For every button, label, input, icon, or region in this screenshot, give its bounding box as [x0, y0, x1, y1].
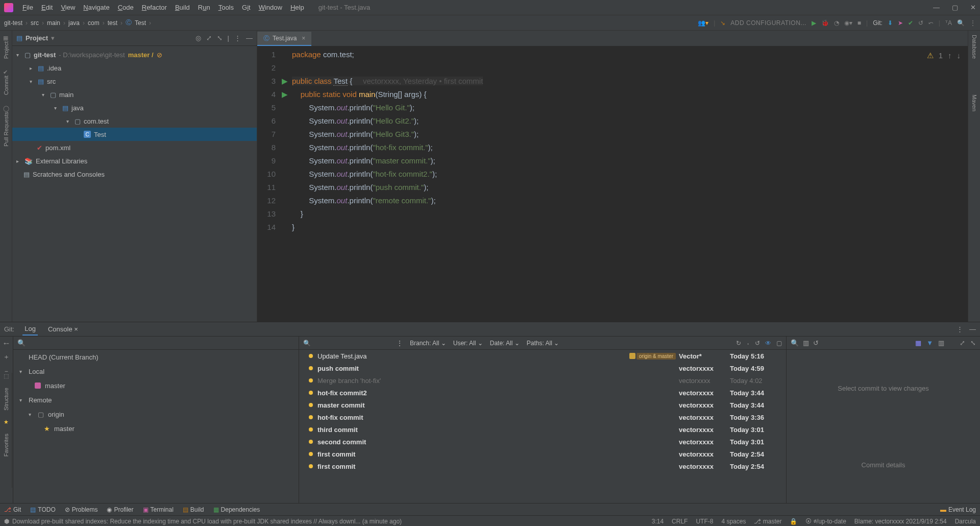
crumb-java[interactable]: java: [68, 19, 80, 27]
menu-file[interactable]: File: [18, 4, 37, 11]
translate-icon[interactable]: ᵀA: [945, 19, 952, 27]
branch-head[interactable]: HEAD (Current Branch): [13, 350, 299, 364]
close-icon[interactable]: ✕: [970, 4, 976, 11]
tool-dependencies[interactable]: ▦Dependencies: [213, 506, 260, 513]
stop-icon[interactable]: ■: [857, 19, 861, 27]
history-icon[interactable]: ↺: [813, 339, 819, 347]
code-with-me-icon[interactable]: 👥▾: [698, 19, 708, 27]
commit-row[interactable]: second commit vectorxxxx Today 3:01: [299, 436, 786, 448]
commit-row[interactable]: first commit vectorxxxx Today 2:54: [299, 448, 786, 460]
commit-row[interactable]: Merge branch 'hot-fix' vectorxxxx Today …: [299, 374, 786, 387]
branch-origin-master[interactable]: ★master: [13, 421, 299, 436]
filter-paths[interactable]: Paths: All ⌄: [527, 340, 559, 347]
maven-tool-label[interactable]: Maven: [971, 94, 977, 111]
commit-row[interactable]: third commit vectorxxxx Today 3:01: [299, 423, 786, 436]
lock-icon[interactable]: 🔒: [790, 518, 797, 525]
caret-position[interactable]: 3:14: [652, 518, 664, 525]
git-branch-status[interactable]: ⎇ master: [754, 518, 781, 525]
chevron-down-icon[interactable]: ▾: [51, 34, 55, 42]
tree-idea[interactable]: ▸▤.idea: [12, 61, 257, 75]
menu-window[interactable]: Window: [255, 4, 286, 11]
blame-status[interactable]: Blame: vectorxxxx 2021/9/19 2:54: [854, 518, 947, 525]
minimize-icon[interactable]: —: [933, 4, 940, 11]
branch-local[interactable]: ▾Local: [13, 364, 299, 378]
tool-terminal[interactable]: ▣Terminal: [143, 506, 174, 513]
warning-icon[interactable]: ⚠: [927, 49, 934, 62]
more-icon[interactable]: ⋮: [970, 19, 976, 27]
sync-status[interactable]: ⦿ ∅/up-to-date: [805, 518, 846, 525]
layout-icon[interactable]: ▥: [938, 339, 944, 347]
refresh-icon[interactable]: ↻: [736, 340, 741, 347]
menu-build[interactable]: Build: [171, 4, 194, 11]
pull-requests-tool-label[interactable]: Pull Requests: [3, 112, 9, 147]
menu-refactor[interactable]: Refactor: [138, 4, 171, 11]
favorites-tool-label[interactable]: Favorites: [3, 434, 9, 457]
indexing-icon[interactable]: ⬢: [4, 518, 9, 525]
profiler-icon[interactable]: ◉▾: [844, 19, 852, 27]
menu-edit[interactable]: Edit: [37, 4, 57, 11]
git-rollback-icon[interactable]: ⤺: [928, 19, 934, 27]
menu-code[interactable]: Code: [114, 4, 138, 11]
code-content[interactable]: package com.test; public class Test { ve…: [292, 46, 968, 322]
structure-tool-label[interactable]: Structure: [3, 388, 9, 411]
database-tool-label[interactable]: Database: [971, 35, 977, 59]
run-icon[interactable]: ▶: [812, 19, 816, 27]
tree-main[interactable]: ▾▢main: [12, 88, 257, 101]
prev-icon[interactable]: ↑: [948, 49, 952, 62]
branch-local-master[interactable]: master: [13, 378, 299, 393]
collapse-icon[interactable]: ⤌: [4, 340, 9, 347]
tree-extlib[interactable]: ▸📚External Libraries: [12, 154, 257, 168]
more-icon[interactable]: ⋮: [397, 340, 403, 347]
collapse-icon[interactable]: ⤡: [970, 339, 976, 347]
crumb-class[interactable]: Test: [135, 19, 146, 27]
cherry-pick-icon[interactable]: ⬪: [746, 340, 750, 347]
tool-profiler[interactable]: ◉Profiler: [107, 506, 133, 513]
run-gutter-icon[interactable]: ▶: [282, 77, 288, 85]
crumb-main[interactable]: main: [47, 19, 60, 27]
tool-build[interactable]: ▤Build: [183, 506, 204, 513]
git-history-icon[interactable]: ↺: [918, 19, 923, 27]
branch-origin[interactable]: ▾▢origin: [13, 407, 299, 421]
more-icon[interactable]: ⋮: [234, 34, 241, 42]
filter-branch[interactable]: Branch: All ⌄: [410, 340, 446, 347]
run-config-dropdown[interactable]: ADD CONFIGURATION...: [730, 19, 806, 27]
tree-scratch[interactable]: ▤Scratches and Consoles: [12, 168, 257, 181]
commit-row[interactable]: hot-fix commit vectorxxxx Today 3:36: [299, 411, 786, 423]
tree-pom[interactable]: ✔pom.xml: [12, 141, 257, 154]
crumb-com[interactable]: com: [88, 19, 100, 27]
collapse-icon[interactable]: ⤡: [217, 34, 223, 42]
crumb-src[interactable]: src: [31, 19, 39, 27]
tree-src[interactable]: ▾▤src: [12, 75, 257, 88]
tool-problems[interactable]: ⊘Problems: [65, 506, 98, 513]
tree-root[interactable]: ▾▢ git-test - D:\workspace\git-test mast…: [12, 48, 257, 61]
pull-requests-tool-icon[interactable]: ◯: [3, 105, 9, 112]
commit-tool-label[interactable]: Commit: [3, 76, 9, 95]
filter-date[interactable]: Date: All ⌄: [490, 340, 520, 347]
debug-icon[interactable]: 🐞: [821, 19, 829, 27]
menu-navigate[interactable]: Navigate: [79, 4, 113, 11]
commit-row[interactable]: master commit vectorxxxx Today 3:44: [299, 399, 786, 411]
more-icon[interactable]: ⋮: [957, 325, 963, 333]
git-tab-log[interactable]: Log: [22, 323, 38, 336]
menu-help[interactable]: Help: [286, 4, 308, 11]
target-icon[interactable]: ◎: [195, 34, 201, 42]
branch-search[interactable]: 🔍: [13, 337, 299, 350]
search-icon[interactable]: 🔍: [957, 19, 965, 27]
project-tool-label[interactable]: Project: [3, 41, 9, 59]
build-icon[interactable]: ↘: [720, 19, 725, 27]
branch-remote[interactable]: ▾Remote: [13, 393, 299, 407]
theme-status[interactable]: Darcula: [955, 518, 976, 525]
encoding[interactable]: UTF-8: [696, 518, 713, 525]
add-icon[interactable]: ＋: [3, 352, 10, 362]
tool-git[interactable]: ⎇Git: [4, 506, 21, 513]
project-tool-icon[interactable]: ▦: [3, 35, 9, 41]
reset-icon[interactable]: ↺: [755, 340, 760, 347]
line-separator[interactable]: CRLF: [672, 518, 688, 525]
expand-icon[interactable]: ⤢: [206, 34, 212, 42]
menu-view[interactable]: View: [57, 4, 79, 11]
commit-tool-icon[interactable]: ✔: [3, 69, 9, 76]
structure-tool-icon[interactable]: ⬚: [4, 373, 9, 379]
editor-body[interactable]: ⚠ 1 ↑ ↓ 1234567891011121314 ▶▶ package c…: [257, 46, 968, 322]
filter-icon[interactable]: ▼: [926, 339, 933, 347]
commit-row[interactable]: Update Test.java origin & master Vector*…: [299, 350, 786, 362]
